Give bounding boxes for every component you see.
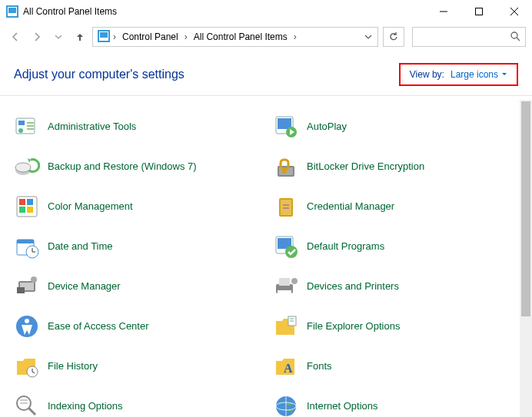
svg-rect-27 xyxy=(19,207,25,213)
item-label: Color Management xyxy=(48,200,133,213)
divider xyxy=(0,95,532,96)
item-color-management[interactable]: Color Management xyxy=(14,194,258,220)
internet-options-icon xyxy=(273,393,299,417)
item-label: Backup and Restore (Windows 7) xyxy=(48,161,197,173)
item-label: Device Manager xyxy=(48,280,121,293)
svg-point-23 xyxy=(282,169,287,174)
item-label: Fonts xyxy=(307,360,332,372)
history-dropdown[interactable] xyxy=(359,28,377,46)
item-label: Indexing Options xyxy=(48,400,123,412)
autoplay-icon xyxy=(273,114,299,140)
item-label: Devices and Printers xyxy=(307,280,399,293)
item-default-programs[interactable]: Default Programs xyxy=(273,233,517,260)
scrollbar[interactable] xyxy=(520,100,532,417)
credential-manager-icon xyxy=(273,194,299,220)
svg-rect-32 xyxy=(283,207,289,209)
item-administrative-tools[interactable]: Administrative Tools xyxy=(14,114,258,140)
item-date-time[interactable]: Date and Time xyxy=(14,233,258,260)
item-label: File History xyxy=(48,360,98,372)
svg-rect-31 xyxy=(283,204,289,206)
item-label: File Explorer Options xyxy=(307,320,400,333)
svg-rect-43 xyxy=(17,287,25,293)
item-credential-manager[interactable]: Credential Manager xyxy=(273,194,517,220)
device-manager-icon xyxy=(14,273,40,300)
item-label: BitLocker Drive Encryption xyxy=(307,161,424,173)
svg-rect-13 xyxy=(18,121,25,125)
recent-dropdown[interactable] xyxy=(49,28,68,46)
item-label: Internet Options xyxy=(307,400,378,412)
scrollbar-thumb[interactable] xyxy=(521,101,530,316)
item-label: Administrative Tools xyxy=(48,121,136,133)
file-explorer-options-icon xyxy=(273,313,299,339)
svg-point-40 xyxy=(285,246,298,258)
item-internet-options[interactable]: Internet Options xyxy=(273,393,517,417)
close-button[interactable] xyxy=(497,0,532,23)
svg-rect-9 xyxy=(100,32,108,38)
item-fonts[interactable]: A Fonts xyxy=(273,353,517,379)
window-title: All Control Panel Items xyxy=(23,6,426,17)
svg-text:A: A xyxy=(284,362,293,375)
ease-of-access-icon xyxy=(14,313,40,339)
item-device-manager[interactable]: Device Manager xyxy=(14,273,258,300)
item-label: Date and Time xyxy=(48,240,113,253)
fonts-icon: A xyxy=(273,353,299,379)
svg-point-10 xyxy=(511,32,517,38)
svg-rect-25 xyxy=(19,199,25,205)
view-by-selector[interactable]: View by: Large icons xyxy=(399,63,518,86)
maximize-button[interactable] xyxy=(461,0,497,23)
item-bitlocker[interactable]: BitLocker Drive Encryption xyxy=(273,154,517,180)
item-file-explorer-options[interactable]: File Explorer Options xyxy=(273,313,517,339)
up-button[interactable] xyxy=(71,28,89,46)
file-history-icon xyxy=(14,353,40,379)
item-devices-printers[interactable]: Devices and Printers xyxy=(273,273,517,300)
forward-button[interactable] xyxy=(28,28,46,46)
content-area: Administrative Tools AutoPlay Backup and… xyxy=(0,100,532,417)
control-panel-icon xyxy=(6,5,18,18)
minimize-button[interactable] xyxy=(426,0,461,23)
control-panel-icon xyxy=(98,30,110,45)
chevron-down-icon xyxy=(501,71,507,78)
titlebar: All Control Panel Items xyxy=(0,0,532,23)
item-indexing-options[interactable]: Indexing Options xyxy=(14,393,258,417)
svg-rect-2 xyxy=(8,8,16,13)
svg-rect-26 xyxy=(27,199,33,205)
svg-line-11 xyxy=(517,38,520,41)
refresh-button[interactable] xyxy=(383,27,404,47)
svg-rect-59 xyxy=(20,402,28,404)
svg-point-14 xyxy=(18,128,23,133)
svg-point-44 xyxy=(31,276,37,283)
devices-printers-icon xyxy=(273,273,299,300)
item-backup-restore[interactable]: Backup and Restore (Windows 7) xyxy=(14,154,258,180)
items-grid: Administrative Tools AutoPlay Backup and… xyxy=(0,100,532,417)
chevron-right-icon[interactable]: › xyxy=(113,31,116,42)
svg-rect-4 xyxy=(476,8,483,15)
view-by-label: View by: xyxy=(410,69,444,80)
item-ease-of-access[interactable]: Ease of Access Center xyxy=(14,313,258,339)
breadcrumb-current[interactable]: All Control Panel Items xyxy=(191,31,291,42)
svg-point-48 xyxy=(291,278,298,284)
svg-rect-47 xyxy=(278,290,291,295)
page-title: Adjust your computer's settings xyxy=(14,68,399,81)
administrative-tools-icon xyxy=(14,114,40,140)
view-by-value[interactable]: Large icons xyxy=(451,69,507,80)
address-bar[interactable]: › Control Panel › All Control Panel Item… xyxy=(92,27,378,47)
bitlocker-icon xyxy=(273,154,299,180)
svg-point-50 xyxy=(25,319,29,323)
svg-rect-58 xyxy=(20,399,28,401)
chevron-right-icon[interactable]: › xyxy=(185,31,188,42)
item-autoplay[interactable]: AutoPlay xyxy=(273,114,517,140)
item-label: Ease of Access Center xyxy=(48,320,149,333)
svg-point-19 xyxy=(15,163,31,172)
backup-restore-icon xyxy=(14,154,40,180)
svg-rect-46 xyxy=(279,278,290,286)
color-management-icon xyxy=(14,194,40,220)
back-button[interactable] xyxy=(6,28,25,46)
item-label: Default Programs xyxy=(307,240,384,253)
search-input[interactable] xyxy=(412,27,526,47)
svg-rect-34 xyxy=(17,240,34,243)
item-file-history[interactable]: File History xyxy=(14,353,258,379)
chevron-right-icon[interactable]: › xyxy=(294,31,297,42)
breadcrumb-root[interactable]: Control Panel xyxy=(119,31,181,42)
navigation-bar: › Control Panel › All Control Panel Item… xyxy=(0,23,532,51)
svg-line-57 xyxy=(28,408,35,415)
